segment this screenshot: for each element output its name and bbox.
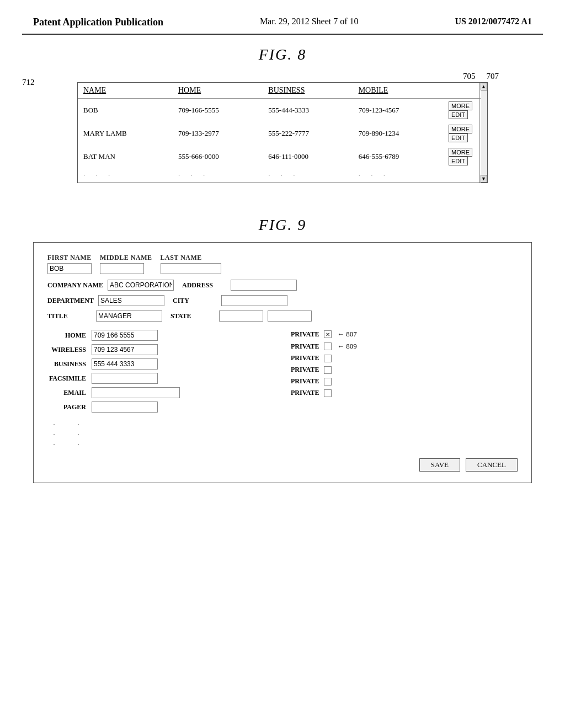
- private-checkbox-3[interactable]: [324, 355, 332, 362]
- row1-mobile: 709-123-4567: [353, 99, 443, 122]
- row2-edit-button[interactable]: EDIT: [449, 133, 468, 142]
- email-phone-row: EMAIL: [47, 387, 274, 398]
- wireless-label: WIRELESS: [47, 346, 86, 354]
- scrollbar-down-arrow[interactable]: ▼: [481, 175, 487, 183]
- page-header: Patent Application Publication Mar. 29, …: [0, 0, 565, 34]
- title-input[interactable]: [96, 311, 162, 322]
- facsimile-input[interactable]: [92, 373, 158, 384]
- home-input[interactable]: [92, 330, 158, 341]
- business-label: BUSINESS: [47, 360, 86, 368]
- cancel-button[interactable]: CANCEL: [466, 458, 518, 472]
- business-phone-row: BUSINESS: [47, 358, 274, 370]
- private-checkbox-4[interactable]: [324, 366, 332, 374]
- row1-home: 709-166-5555: [173, 99, 263, 122]
- phone-col-right: PRIVATE ✕ ← 807 PRIVATE ← 809 PRIVATE PR…: [291, 330, 518, 416]
- row2-mobile: 709-890-1234: [353, 122, 443, 145]
- business-input[interactable]: [92, 358, 158, 370]
- company-address-row: COMPANY NAME ADDRESS: [47, 280, 518, 291]
- phone-col-left: HOME WIRELESS BUSINESS FACSIMILE EMAIL: [47, 330, 274, 416]
- header-left: Patent Application Publication: [33, 17, 163, 28]
- table-row: BOB 709-166-5555 555-444-3333 709-123-45…: [78, 99, 487, 122]
- label-705: 705: [463, 72, 476, 81]
- private-checkbox-2[interactable]: [324, 342, 332, 350]
- pager-input[interactable]: [92, 402, 158, 413]
- city-group: CITY: [173, 295, 287, 306]
- fig9-dots-row: ··· ···: [47, 420, 518, 450]
- arrow-809: ← 809: [337, 342, 357, 351]
- name-row: FIRST NAME MIDDLE NAME LAST NAME: [47, 254, 518, 274]
- state-input2[interactable]: [268, 311, 312, 322]
- fig9-label: FIG. 9: [259, 216, 307, 234]
- row3-mobile: 646-555-6789: [353, 145, 443, 168]
- section-gap: [0, 200, 565, 216]
- phone-section: HOME WIRELESS BUSINESS FACSIMILE EMAIL: [47, 330, 518, 416]
- state-input[interactable]: [219, 311, 263, 322]
- last-name-label: LAST NAME: [161, 254, 221, 262]
- department-input[interactable]: [98, 295, 164, 306]
- row1-business: 555-444-3333: [263, 99, 353, 122]
- save-button[interactable]: SAVE: [419, 458, 460, 472]
- fig9-container: FIRST NAME MIDDLE NAME LAST NAME COMPANY…: [33, 242, 532, 483]
- row2-business: 555-222-7777: [263, 122, 353, 145]
- first-name-input[interactable]: [47, 263, 92, 274]
- wireless-phone-row: WIRELESS: [47, 344, 274, 355]
- private-label-6: PRIVATE: [291, 389, 318, 397]
- facsimile-label: FACSIMILE: [47, 374, 86, 383]
- row3-edit-button[interactable]: EDIT: [449, 157, 468, 165]
- private-row-1: PRIVATE ✕ ← 807: [291, 330, 518, 339]
- wireless-input[interactable]: [92, 344, 158, 355]
- private-label-2: PRIVATE: [291, 342, 318, 351]
- address-input[interactable]: [231, 280, 297, 291]
- private-label-5: PRIVATE: [291, 377, 318, 386]
- dots-2: ···: [77, 420, 79, 450]
- col-business: BUSINESS: [263, 83, 353, 99]
- fig8-numbers: 705 707: [33, 72, 532, 81]
- state-group: STATE: [170, 311, 312, 322]
- dots-row: · · · · · · · · · · · ·: [78, 168, 487, 183]
- private-checkbox-5[interactable]: [324, 378, 332, 386]
- row1-more-button[interactable]: MORE: [449, 101, 472, 110]
- col-name: NAME: [78, 83, 173, 99]
- table-row: BAT MAN 555-666-0000 646-111-0000 646-55…: [78, 145, 487, 168]
- private-row-5: PRIVATE: [291, 377, 518, 386]
- email-input[interactable]: [92, 387, 180, 398]
- email-label: EMAIL: [47, 389, 86, 397]
- city-input[interactable]: [221, 295, 287, 306]
- facsimile-phone-row: FACSIMILE: [47, 373, 274, 384]
- scrollbar-up-arrow[interactable]: ▲: [481, 83, 487, 90]
- arrow-807: ← 807: [337, 330, 357, 339]
- company-name-input[interactable]: [108, 280, 174, 291]
- private-label-3: PRIVATE: [291, 354, 318, 362]
- company-name-label: COMPANY NAME: [47, 281, 103, 290]
- first-name-label: FIRST NAME: [47, 254, 92, 262]
- fig8-label: FIG. 8: [259, 46, 307, 63]
- row3-business: 646-111-0000: [263, 145, 353, 168]
- col-home: HOME: [173, 83, 263, 99]
- table-row: MARY LAMB 709-133-2977 555-222-7777 709-…: [78, 122, 487, 145]
- dots-1: ···: [53, 420, 55, 450]
- address-label: ADDRESS: [182, 281, 226, 290]
- fig8-label-row: FIG. 8: [33, 46, 532, 69]
- fig9-bottom-buttons: SAVE CANCEL: [47, 458, 518, 472]
- fig8-table: NAME HOME BUSINESS MOBILE BOB 709-166-55…: [78, 83, 487, 183]
- fig9-label-row: FIG. 9: [33, 216, 532, 239]
- row2-more-button[interactable]: MORE: [449, 125, 472, 133]
- private-row-3: PRIVATE: [291, 354, 518, 362]
- row1-edit-button[interactable]: EDIT: [449, 110, 468, 119]
- last-name-input[interactable]: [161, 263, 221, 274]
- private-label-1: PRIVATE: [291, 330, 318, 339]
- title-state-row: TITLE STATE: [47, 311, 518, 322]
- scrollbar[interactable]: ▲ ▼: [479, 83, 487, 183]
- city-label: CITY: [173, 297, 217, 305]
- middle-name-group: MIDDLE NAME: [100, 254, 152, 274]
- header-center: Mar. 29, 2012 Sheet 7 of 10: [260, 17, 359, 26]
- department-label: DEPARTMENT: [47, 297, 94, 305]
- middle-name-input[interactable]: [100, 263, 144, 274]
- private-checkbox-1[interactable]: ✕: [324, 330, 332, 338]
- department-group: DEPARTMENT: [47, 295, 164, 306]
- first-name-group: FIRST NAME: [47, 254, 92, 274]
- row3-home: 555-666-0000: [173, 145, 263, 168]
- row3-more-button[interactable]: MORE: [449, 148, 472, 157]
- private-checkbox-6[interactable]: [324, 389, 332, 397]
- row2-name: MARY LAMB: [78, 122, 173, 145]
